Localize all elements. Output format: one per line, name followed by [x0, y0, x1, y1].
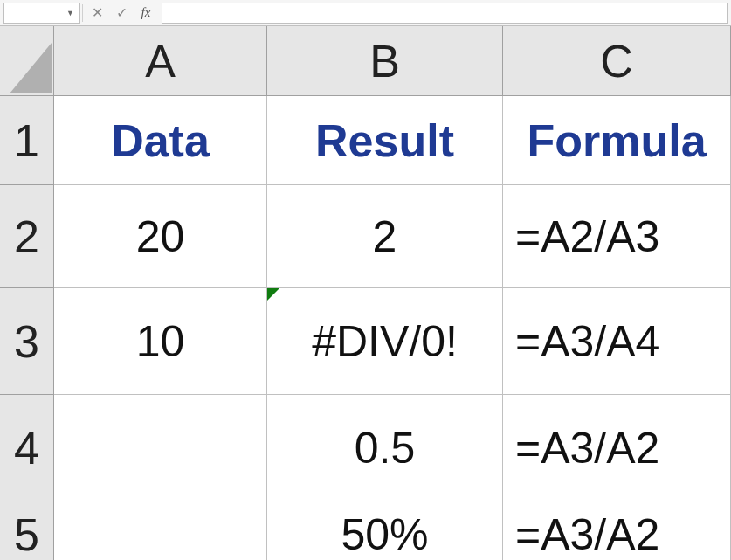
cell-B1[interactable]: Result	[267, 96, 503, 185]
col-head-B[interactable]: B	[267, 26, 503, 96]
cell-B5[interactable]: 50%	[267, 501, 503, 560]
col-head-C[interactable]: C	[503, 26, 731, 96]
accept-icon: ✓	[109, 3, 134, 24]
cell-A5[interactable]	[54, 501, 267, 560]
row-head-4[interactable]: 4	[0, 395, 54, 501]
formula-bar: ▼ ✕ ✓ fx	[0, 0, 731, 26]
divider	[82, 4, 83, 22]
cell-B2[interactable]: 2	[267, 185, 503, 288]
cell-A4[interactable]	[54, 395, 267, 501]
row-head-2[interactable]: 2	[0, 185, 54, 288]
select-all-corner[interactable]	[0, 26, 54, 96]
cancel-icon: ✕	[85, 3, 109, 24]
row-head-1[interactable]: 1	[0, 96, 54, 185]
cell-A1[interactable]: Data	[54, 96, 267, 185]
cell-C1[interactable]: Formula	[503, 96, 731, 185]
formula-input[interactable]	[162, 3, 728, 24]
cell-C4[interactable]: =A3/A2	[503, 395, 731, 501]
cell-A3[interactable]: 10	[54, 288, 267, 395]
fx-icon[interactable]: fx	[134, 3, 158, 24]
cell-C2[interactable]: =A2/A3	[503, 185, 731, 288]
row-head-5[interactable]: 5	[0, 501, 54, 560]
chevron-down-icon[interactable]: ▼	[66, 9, 74, 17]
cell-B4[interactable]: 0.5	[267, 395, 503, 501]
name-box[interactable]: ▼	[3, 3, 80, 24]
col-head-A[interactable]: A	[54, 26, 267, 96]
row-head-3[interactable]: 3	[0, 288, 54, 395]
cell-B3[interactable]: #DIV/0!	[267, 288, 503, 395]
cell-C3[interactable]: =A3/A4	[503, 288, 731, 395]
spreadsheet-grid: A B C 1 Data Result Formula 2 20 2 =A2/A…	[0, 26, 731, 560]
cell-A2[interactable]: 20	[54, 185, 267, 288]
cell-C5[interactable]: =A3/A2	[503, 501, 731, 560]
